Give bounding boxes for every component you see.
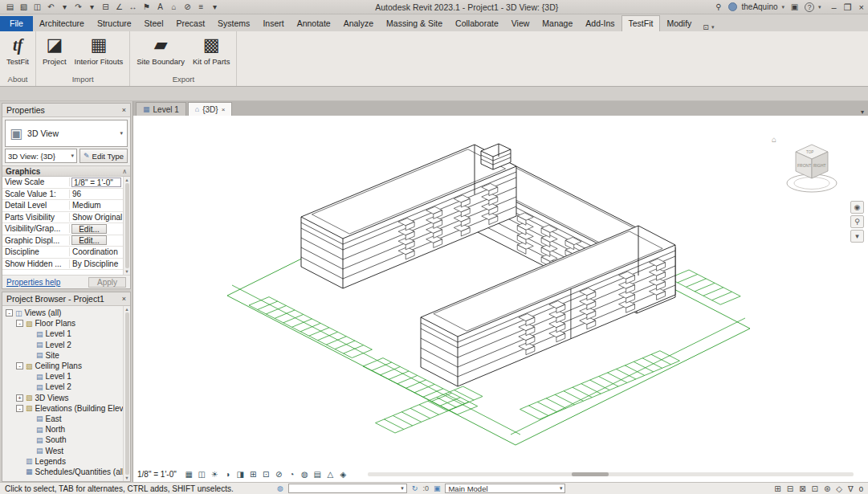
new-file-icon[interactable]: ▤ [4, 1, 16, 14]
ribbon-tab-modify[interactable]: Modify [660, 16, 698, 31]
collapse-box[interactable]: - [16, 320, 23, 327]
exclude-options-toggle-icon[interactable]: ⊟ [787, 484, 793, 493]
reveal-hidden-elements-icon[interactable]: ◍ [299, 468, 311, 480]
home-icon[interactable]: ⌂ [772, 135, 776, 144]
3d-model-view[interactable] [133, 116, 868, 482]
redo-dropdown-icon[interactable]: ▾ [86, 1, 98, 14]
default-3d-view-icon[interactable]: ⌂ [168, 1, 180, 14]
property-value[interactable]: 1/8" = 1'-0" [71, 178, 121, 187]
user-avatar[interactable] [728, 2, 737, 11]
press-drag-toggle-icon[interactable]: ⊠ [799, 484, 805, 493]
close-button[interactable]: × [859, 2, 864, 13]
browser-item-ceiling-plans[interactable]: -▧Ceiling Plans [2, 361, 123, 371]
ribbon-tab-architecture[interactable]: Architecture [33, 16, 91, 31]
scrollbar-thumb[interactable] [572, 472, 609, 476]
close-icon[interactable]: × [122, 295, 126, 303]
app-store-icon[interactable]: ▣ [789, 1, 801, 14]
browser-item-legends[interactable]: ▥Legends [2, 456, 123, 467]
scrollbar-thumb[interactable] [125, 312, 129, 475]
crop-view-icon[interactable]: ⊞ [247, 468, 259, 480]
browser-item-level-2[interactable]: ▤Level 2 [2, 382, 123, 392]
ribbon-tab-add-ins[interactable]: Add-Ins [579, 16, 621, 31]
browser-item-level-1[interactable]: ▤Level 1 [2, 371, 123, 382]
close-icon[interactable]: × [122, 106, 126, 114]
scroll-down-icon[interactable]: ▼ [124, 269, 128, 274]
kit-of-parts-button[interactable]: ▩Kit of Parts [189, 32, 234, 66]
type-selector[interactable]: ▣ 3D View ▾ [5, 120, 128, 147]
worksets-icon[interactable]: ◍ [277, 484, 283, 492]
project-button[interactable]: ◪Project [39, 32, 71, 66]
ribbon-tab-steel[interactable]: Steel [138, 16, 170, 31]
user-menu-caret[interactable]: ▾ [782, 4, 785, 10]
save-icon[interactable]: ◫ [31, 1, 43, 14]
editable-only-toggle-icon[interactable]: ⊞ [774, 484, 780, 493]
expand-box[interactable]: + [16, 394, 23, 402]
print-icon[interactable]: ⊟ [100, 1, 112, 14]
property-value[interactable]: Edit... [71, 224, 107, 234]
editing-requests-icon[interactable]: ↻ [412, 484, 418, 492]
browser-item-3d-views[interactable]: +▧3D Views [2, 393, 123, 403]
design-options-dropdown[interactable]: Main Model ▾ [445, 484, 565, 493]
scroll-up-icon[interactable]: ▲ [124, 178, 128, 182]
collapse-box[interactable]: - [16, 405, 23, 412]
ribbon-tab-view[interactable]: View [505, 16, 536, 31]
sun-path-icon[interactable]: ☀ [209, 468, 221, 480]
aligned-dimension-icon[interactable]: ↔ [127, 1, 139, 14]
search-icon[interactable]: ⚲ [712, 1, 724, 14]
navigation-bar-options-icon[interactable]: ▾ [850, 230, 864, 243]
browser-item-site[interactable]: ▤Site [2, 350, 123, 361]
apply-button[interactable]: Apply [88, 277, 126, 288]
graphics-section-header[interactable]: Graphics ∧ [2, 165, 130, 177]
ribbon-tab-systems[interactable]: Systems [211, 16, 256, 31]
properties-scrollbar[interactable]: ▲ ▼ [123, 177, 130, 275]
testfit-button[interactable]: tfTestFit [2, 32, 33, 66]
help-menu-caret[interactable]: ▾ [818, 4, 821, 10]
measure-icon[interactable]: ∠ [113, 1, 125, 14]
ribbon-tab-massing-site[interactable]: Massing & Site [380, 16, 449, 31]
interior-fitouts-button[interactable]: ▦Interior Fitouts [71, 32, 128, 66]
collapse-icon[interactable]: ∧ [122, 168, 127, 175]
tab-overflow-icon[interactable]: ▾ [861, 108, 864, 116]
full-navigation-wheel-icon[interactable]: ◉ [850, 201, 864, 214]
minimize-button[interactable]: – [832, 2, 837, 13]
tag-by-category-icon[interactable]: ⚑ [141, 1, 153, 14]
scrollbar-thumb[interactable] [125, 183, 129, 268]
visual-style-icon[interactable]: ◫ [196, 468, 208, 480]
undo-dropdown-icon[interactable]: ▾ [59, 1, 71, 14]
close-icon[interactable]: × [222, 106, 226, 113]
zoom-icon[interactable]: ⚲ [850, 215, 864, 228]
browser-item-level-1[interactable]: ▤Level 1 [2, 329, 123, 339]
user-name[interactable]: theAquino [741, 2, 777, 11]
ribbon-tab-annotate[interactable]: Annotate [291, 16, 337, 31]
temporary-hide-isolate-icon[interactable]: ◔ [286, 468, 298, 480]
view-tab-level-1[interactable]: ▦Level 1 [136, 102, 186, 116]
selection-filter-icon[interactable]: ∇ [848, 484, 854, 493]
modify-options-dropdown[interactable]: ⊡▾ [698, 23, 719, 31]
scroll-down-icon[interactable]: ▼ [124, 476, 128, 480]
ribbon-tab-testfit[interactable]: TestFit [621, 15, 661, 31]
ribbon-tab-analyze[interactable]: Analyze [337, 16, 380, 31]
view-tab-3d[interactable]: ⌂{3D}× [188, 102, 233, 116]
collapse-box[interactable]: - [6, 309, 13, 316]
show-rendering-dialog-icon[interactable]: ◨ [234, 468, 247, 480]
restore-button[interactable]: ❐ [844, 2, 852, 13]
browser-item-views-all[interactable]: -◫Views (all) [2, 308, 123, 318]
scroll-up-icon[interactable]: ▲ [124, 307, 128, 312]
browser-item-floor-plans[interactable]: -▧Floor Plans [2, 318, 123, 329]
ribbon-tab-manage[interactable]: Manage [536, 16, 579, 31]
view-cube-graphic[interactable]: TOPFRONTRIGHT [773, 135, 850, 199]
section-icon[interactable]: ⊘ [181, 1, 194, 14]
lock-3d-view-icon[interactable]: ⊘ [273, 468, 285, 480]
help-icon[interactable]: ? [805, 2, 814, 12]
thin-lines-icon[interactable]: ≡ [195, 1, 207, 14]
ribbon-tab-insert[interactable]: Insert [256, 16, 290, 31]
temporary-view-properties-icon[interactable]: ▤ [312, 468, 324, 480]
detail-level-icon[interactable]: ▦ [183, 468, 195, 480]
browser-item-elevations-building-elevatio[interactable]: -▧Elevations (Building Elevatio [2, 403, 123, 414]
show-analytical-model-icon[interactable]: △ [324, 468, 336, 480]
undo-icon[interactable]: ↶ [45, 1, 57, 14]
ribbon-tab-precast[interactable]: Precast [170, 16, 212, 31]
edit-type-button[interactable]: ✎ Edit Type [79, 149, 128, 163]
browser-item-south[interactable]: ▤South [2, 435, 123, 445]
redo-icon[interactable]: ↷ [72, 1, 84, 14]
